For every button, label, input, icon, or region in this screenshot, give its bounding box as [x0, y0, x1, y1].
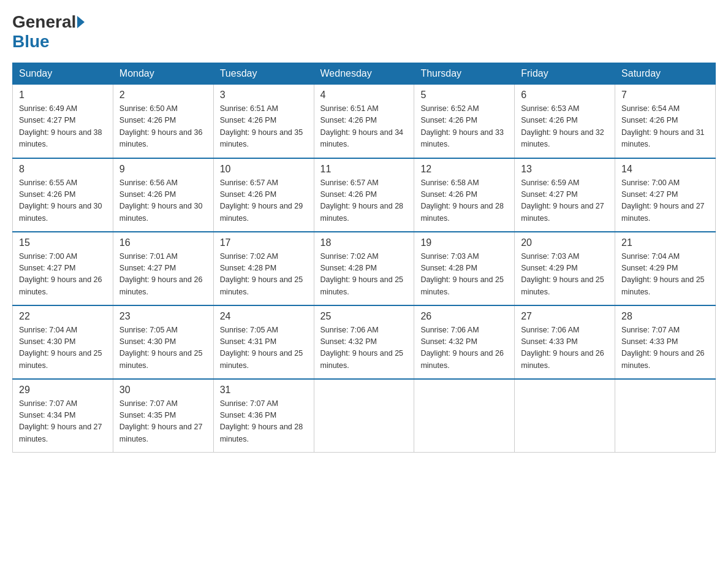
- day-info: Sunrise: 6:51 AM Sunset: 4:26 PM Dayligh…: [220, 103, 308, 151]
- calendar-cell: 17 Sunrise: 7:02 AM Sunset: 4:28 PM Dayl…: [213, 232, 314, 305]
- calendar-cell: [314, 379, 414, 453]
- day-info: Sunrise: 7:01 AM Sunset: 4:27 PM Dayligh…: [119, 251, 207, 299]
- day-number: 1: [19, 90, 107, 101]
- calendar-cell: 16 Sunrise: 7:01 AM Sunset: 4:27 PM Dayl…: [113, 232, 213, 305]
- calendar-cell: 2 Sunrise: 6:50 AM Sunset: 4:26 PM Dayli…: [113, 85, 213, 158]
- calendar-week-row-5: 29 Sunrise: 7:07 AM Sunset: 4:34 PM Dayl…: [13, 379, 716, 453]
- calendar-cell: 5 Sunrise: 6:52 AM Sunset: 4:26 PM Dayli…: [414, 85, 515, 158]
- calendar-cell: 23 Sunrise: 7:05 AM Sunset: 4:30 PM Dayl…: [113, 305, 213, 379]
- calendar-header-friday: Friday: [515, 63, 615, 85]
- calendar-cell: 10 Sunrise: 6:57 AM Sunset: 4:26 PM Dayl…: [213, 158, 314, 232]
- calendar-cell: 6 Sunrise: 6:53 AM Sunset: 4:26 PM Dayli…: [515, 85, 615, 158]
- day-number: 19: [420, 237, 508, 248]
- day-info: Sunrise: 7:07 AM Sunset: 4:34 PM Dayligh…: [19, 398, 107, 446]
- calendar-cell: 9 Sunrise: 6:56 AM Sunset: 4:26 PM Dayli…: [113, 158, 213, 232]
- day-info: Sunrise: 7:07 AM Sunset: 4:33 PM Dayligh…: [621, 324, 709, 372]
- day-info: Sunrise: 7:04 AM Sunset: 4:30 PM Dayligh…: [19, 324, 107, 372]
- calendar-header-thursday: Thursday: [414, 63, 515, 85]
- day-info: Sunrise: 7:06 AM Sunset: 4:33 PM Dayligh…: [521, 324, 609, 372]
- day-number: 13: [521, 164, 609, 175]
- day-info: Sunrise: 6:54 AM Sunset: 4:26 PM Dayligh…: [621, 103, 709, 151]
- calendar-week-row-4: 22 Sunrise: 7:04 AM Sunset: 4:30 PM Dayl…: [13, 305, 716, 379]
- calendar-cell: 1 Sunrise: 6:49 AM Sunset: 4:27 PM Dayli…: [13, 85, 113, 158]
- day-number: 27: [521, 311, 609, 322]
- day-info: Sunrise: 7:07 AM Sunset: 4:36 PM Dayligh…: [220, 398, 308, 446]
- day-number: 18: [320, 237, 408, 248]
- day-number: 20: [521, 237, 609, 248]
- calendar-cell: 11 Sunrise: 6:57 AM Sunset: 4:26 PM Dayl…: [314, 158, 414, 232]
- day-number: 30: [119, 385, 207, 396]
- day-number: 9: [119, 164, 207, 175]
- calendar-header-saturday: Saturday: [615, 63, 716, 85]
- day-number: 3: [220, 90, 308, 101]
- calendar-header-row: SundayMondayTuesdayWednesdayThursdayFrid…: [13, 63, 716, 85]
- day-info: Sunrise: 6:55 AM Sunset: 4:26 PM Dayligh…: [19, 177, 107, 225]
- day-number: 21: [621, 237, 709, 248]
- day-info: Sunrise: 6:57 AM Sunset: 4:26 PM Dayligh…: [320, 177, 408, 225]
- calendar-week-row-2: 8 Sunrise: 6:55 AM Sunset: 4:26 PM Dayli…: [13, 158, 716, 232]
- calendar-cell: 14 Sunrise: 7:00 AM Sunset: 4:27 PM Dayl…: [615, 158, 716, 232]
- day-number: 10: [220, 164, 308, 175]
- day-number: 7: [621, 90, 709, 101]
- calendar-cell: 4 Sunrise: 6:51 AM Sunset: 4:26 PM Dayli…: [314, 85, 414, 158]
- day-number: 11: [320, 164, 408, 175]
- day-number: 15: [19, 237, 107, 248]
- day-number: 22: [19, 311, 107, 322]
- day-number: 29: [19, 385, 107, 396]
- day-info: Sunrise: 6:53 AM Sunset: 4:26 PM Dayligh…: [521, 103, 609, 151]
- calendar-cell: 31 Sunrise: 7:07 AM Sunset: 4:36 PM Dayl…: [213, 379, 314, 453]
- calendar-cell: 27 Sunrise: 7:06 AM Sunset: 4:33 PM Dayl…: [515, 305, 615, 379]
- calendar-cell: 12 Sunrise: 6:58 AM Sunset: 4:26 PM Dayl…: [414, 158, 515, 232]
- day-number: 6: [521, 90, 609, 101]
- day-number: 26: [420, 311, 508, 322]
- day-info: Sunrise: 7:04 AM Sunset: 4:29 PM Dayligh…: [621, 251, 709, 299]
- calendar-cell: 20 Sunrise: 7:03 AM Sunset: 4:29 PM Dayl…: [515, 232, 615, 305]
- day-info: Sunrise: 7:03 AM Sunset: 4:28 PM Dayligh…: [420, 251, 508, 299]
- calendar-cell: 30 Sunrise: 7:07 AM Sunset: 4:35 PM Dayl…: [113, 379, 213, 453]
- day-number: 5: [420, 90, 508, 101]
- calendar-cell: 25 Sunrise: 7:06 AM Sunset: 4:32 PM Dayl…: [314, 305, 414, 379]
- day-info: Sunrise: 7:00 AM Sunset: 4:27 PM Dayligh…: [19, 251, 107, 299]
- day-number: 4: [320, 90, 408, 101]
- day-info: Sunrise: 6:50 AM Sunset: 4:26 PM Dayligh…: [119, 103, 207, 151]
- header: General Blue: [12, 12, 716, 52]
- day-number: 14: [621, 164, 709, 175]
- logo-arrow-icon: [77, 16, 85, 28]
- calendar-cell: 18 Sunrise: 7:02 AM Sunset: 4:28 PM Dayl…: [314, 232, 414, 305]
- calendar-cell: 28 Sunrise: 7:07 AM Sunset: 4:33 PM Dayl…: [615, 305, 716, 379]
- day-info: Sunrise: 7:06 AM Sunset: 4:32 PM Dayligh…: [320, 324, 408, 372]
- day-info: Sunrise: 7:05 AM Sunset: 4:30 PM Dayligh…: [119, 324, 207, 372]
- calendar-cell: 21 Sunrise: 7:04 AM Sunset: 4:29 PM Dayl…: [615, 232, 716, 305]
- day-number: 16: [119, 237, 207, 248]
- calendar-cell: 8 Sunrise: 6:55 AM Sunset: 4:26 PM Dayli…: [13, 158, 113, 232]
- day-number: 28: [621, 311, 709, 322]
- calendar-cell: 7 Sunrise: 6:54 AM Sunset: 4:26 PM Dayli…: [615, 85, 716, 158]
- day-number: 8: [19, 164, 107, 175]
- day-info: Sunrise: 7:03 AM Sunset: 4:29 PM Dayligh…: [521, 251, 609, 299]
- day-info: Sunrise: 7:06 AM Sunset: 4:32 PM Dayligh…: [420, 324, 508, 372]
- day-number: 2: [119, 90, 207, 101]
- day-info: Sunrise: 7:02 AM Sunset: 4:28 PM Dayligh…: [220, 251, 308, 299]
- day-number: 12: [420, 164, 508, 175]
- calendar-cell: 3 Sunrise: 6:51 AM Sunset: 4:26 PM Dayli…: [213, 85, 314, 158]
- calendar-cell: [414, 379, 515, 453]
- calendar-cell: 13 Sunrise: 6:59 AM Sunset: 4:27 PM Dayl…: [515, 158, 615, 232]
- logo-general-text: General: [12, 12, 76, 32]
- day-number: 25: [320, 311, 408, 322]
- day-number: 17: [220, 237, 308, 248]
- calendar-cell: 22 Sunrise: 7:04 AM Sunset: 4:30 PM Dayl…: [13, 305, 113, 379]
- logo-blue-text: Blue: [12, 32, 50, 51]
- logo: General Blue: [12, 12, 86, 52]
- calendar-header-tuesday: Tuesday: [213, 63, 314, 85]
- calendar-header-wednesday: Wednesday: [314, 63, 414, 85]
- day-info: Sunrise: 7:05 AM Sunset: 4:31 PM Dayligh…: [220, 324, 308, 372]
- day-info: Sunrise: 6:56 AM Sunset: 4:26 PM Dayligh…: [119, 177, 207, 225]
- calendar-cell: 19 Sunrise: 7:03 AM Sunset: 4:28 PM Dayl…: [414, 232, 515, 305]
- day-info: Sunrise: 6:51 AM Sunset: 4:26 PM Dayligh…: [320, 103, 408, 151]
- calendar-header-monday: Monday: [113, 63, 213, 85]
- day-info: Sunrise: 6:57 AM Sunset: 4:26 PM Dayligh…: [220, 177, 308, 225]
- day-info: Sunrise: 7:07 AM Sunset: 4:35 PM Dayligh…: [119, 398, 207, 446]
- calendar-week-row-3: 15 Sunrise: 7:00 AM Sunset: 4:27 PM Dayl…: [13, 232, 716, 305]
- calendar-cell: [615, 379, 716, 453]
- calendar-table: SundayMondayTuesdayWednesdayThursdayFrid…: [12, 63, 716, 453]
